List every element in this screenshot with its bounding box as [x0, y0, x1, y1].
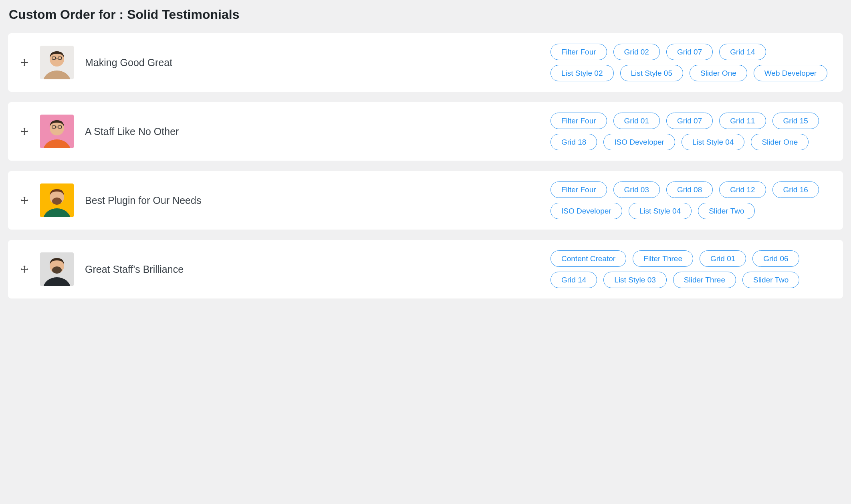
move-icon[interactable]	[20, 196, 29, 205]
tag-pill[interactable]: Grid 11	[719, 113, 766, 129]
tag-pill[interactable]: Filter Four	[551, 181, 607, 198]
avatar	[40, 115, 74, 148]
tag-pill[interactable]: Grid 01	[700, 250, 746, 267]
item-title: Making Good Great	[85, 57, 539, 69]
avatar	[40, 252, 74, 286]
item-title: A Staff Like No Other	[85, 126, 539, 137]
tag-pill[interactable]: Slider Two	[698, 203, 755, 219]
move-icon[interactable]	[20, 58, 29, 67]
tag-pill[interactable]: Grid 08	[666, 181, 713, 198]
tag-pill[interactable]: Slider Two	[742, 272, 799, 288]
tag-pill[interactable]: Filter Four	[551, 44, 607, 60]
tag-pill[interactable]: Content Creator	[551, 250, 626, 267]
tag-pill[interactable]: Slider One	[751, 134, 809, 150]
tag-pill[interactable]: Web Developer	[754, 65, 828, 81]
tag-pill[interactable]: List Style 05	[620, 65, 684, 81]
tag-pill[interactable]: Grid 02	[613, 44, 660, 60]
tag-pill[interactable]: Grid 15	[772, 113, 819, 129]
tag-list: Filter FourGrid 02Grid 07Grid 14List Sty…	[551, 44, 831, 81]
tag-pill[interactable]: Grid 07	[666, 44, 713, 60]
page-title: Custom Order for : Solid Testimonials	[8, 0, 843, 33]
tag-pill[interactable]: Grid 03	[613, 181, 660, 198]
avatar	[40, 46, 74, 79]
tag-list: Content CreatorFilter ThreeGrid 01Grid 0…	[551, 250, 831, 288]
tag-pill[interactable]: Slider Three	[673, 272, 736, 288]
tag-pill[interactable]: Grid 07	[666, 113, 713, 129]
sortable-item[interactable]: Best Plugin for Our NeedsFilter FourGrid…	[8, 171, 843, 230]
tag-pill[interactable]: List Style 02	[551, 65, 614, 81]
tag-pill[interactable]: Grid 16	[772, 181, 819, 198]
move-icon[interactable]	[20, 127, 29, 136]
item-title: Great Staff's Brilliance	[85, 264, 539, 275]
tag-pill[interactable]: Filter Three	[633, 250, 693, 267]
tag-pill[interactable]: ISO Developer	[551, 203, 622, 219]
tag-pill[interactable]: Grid 01	[613, 113, 660, 129]
svg-point-15	[52, 198, 62, 205]
move-icon[interactable]	[20, 265, 29, 274]
tag-pill[interactable]: Grid 12	[719, 181, 766, 198]
tag-pill[interactable]: Grid 06	[752, 250, 799, 267]
svg-point-19	[52, 266, 62, 274]
tag-pill[interactable]: Grid 18	[551, 134, 597, 150]
tag-pill[interactable]: ISO Developer	[603, 134, 675, 150]
tag-list: Filter FourGrid 03Grid 08Grid 12Grid 16I…	[551, 181, 831, 219]
sortable-item[interactable]: A Staff Like No OtherFilter FourGrid 01G…	[8, 102, 843, 161]
tag-pill[interactable]: Filter Four	[551, 113, 607, 129]
avatar	[40, 183, 74, 217]
item-title: Best Plugin for Our Needs	[85, 195, 539, 206]
tag-pill[interactable]: List Style 04	[629, 203, 692, 219]
sortable-item[interactable]: Great Staff's BrillianceContent CreatorF…	[8, 240, 843, 298]
tag-pill[interactable]: List Style 04	[682, 134, 745, 150]
tag-pill[interactable]: List Style 03	[603, 272, 667, 288]
tag-pill[interactable]: Grid 14	[719, 44, 766, 60]
tag-list: Filter FourGrid 01Grid 07Grid 11Grid 15G…	[551, 113, 831, 150]
tag-pill[interactable]: Grid 14	[551, 272, 597, 288]
tag-pill[interactable]: Slider One	[690, 65, 747, 81]
sortable-item[interactable]: Making Good GreatFilter FourGrid 02Grid …	[8, 33, 843, 92]
